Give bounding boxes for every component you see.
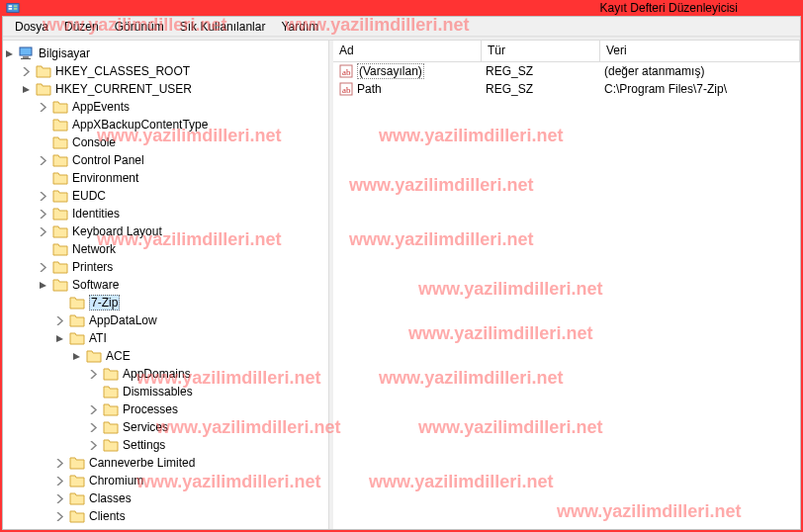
values-list: ab(Varsayılan)REG_SZ(değer atanmamış)abP…: [333, 62, 800, 98]
tree-node[interactable]: AppDataLow: [53, 311, 328, 329]
tree-node[interactable]: EUDC: [37, 187, 328, 205]
values-pane[interactable]: Ad Tür Veri ab(Varsayılan)REG_SZ(değer a…: [333, 41, 800, 529]
tree-label: Chromium: [89, 474, 143, 488]
tree-node[interactable]: Dismissables: [87, 383, 328, 400]
svg-rect-2: [9, 8, 13, 10]
tree-node[interactable]: AppDomains: [87, 365, 328, 383]
menu-edit[interactable]: Düzen: [56, 18, 107, 36]
expand-icon[interactable]: [87, 421, 99, 433]
col-header-data[interactable]: Veri: [600, 41, 800, 61]
tree-label: AppEvents: [72, 100, 130, 114]
tree-node[interactable]: Services: [87, 418, 328, 436]
tree-label: Environment: [72, 171, 138, 185]
window-frame: Kayıt Defteri Düzenleyicisi Dosya Düzen …: [0, 0, 803, 532]
folder-icon: [69, 296, 85, 310]
folder-icon: [86, 349, 102, 363]
tree-node[interactable]: Identities: [37, 205, 328, 222]
collapse-icon[interactable]: [53, 332, 65, 344]
tree-label: Control Panel: [72, 153, 144, 167]
expand-icon[interactable]: [53, 457, 65, 469]
tree-label: ATI: [89, 331, 107, 345]
expand-icon[interactable]: [87, 439, 99, 451]
expand-icon[interactable]: [20, 65, 32, 77]
expand-icon[interactable]: [87, 368, 99, 380]
expand-icon[interactable]: [53, 314, 65, 326]
folder-icon: [103, 385, 119, 399]
tree-label: Identities: [72, 207, 120, 221]
tree-pane[interactable]: Bilgisayar HKEY_CLASSES_ROOT: [3, 41, 329, 529]
tree-node[interactable]: Control Panel: [37, 151, 328, 169]
tree-node[interactable]: AppXBackupContentType: [37, 116, 328, 133]
tree-node[interactable]: 7-Zip: [53, 294, 328, 311]
expand-icon[interactable]: [53, 510, 65, 522]
col-header-type[interactable]: Tür: [482, 41, 600, 61]
tree-node[interactable]: AppEvents: [37, 98, 328, 116]
menu-help[interactable]: Yardım: [273, 18, 326, 36]
tree-node[interactable]: Classes: [53, 489, 328, 507]
value-type: REG_SZ: [486, 64, 604, 78]
tree-label: AppXBackupContentType: [72, 118, 208, 132]
collapse-icon[interactable]: [20, 83, 32, 95]
tree-node[interactable]: Console: [37, 133, 328, 151]
tree-label: HKEY_CURRENT_USER: [55, 82, 192, 96]
col-header-name[interactable]: Ad: [333, 41, 482, 61]
expand-icon[interactable]: [53, 492, 65, 504]
collapse-icon[interactable]: [70, 350, 82, 362]
expand-icon[interactable]: [87, 403, 99, 415]
computer-icon: [19, 46, 35, 60]
folder-icon: [52, 118, 68, 132]
svg-rect-1: [9, 5, 13, 7]
expand-icon[interactable]: [37, 190, 48, 202]
tree-node-hkcr[interactable]: HKEY_CLASSES_ROOT: [20, 62, 328, 80]
folder-icon: [69, 313, 85, 327]
titlebar[interactable]: Kayıt Defteri Düzenleyicisi: [0, 0, 803, 16]
menu-file[interactable]: Dosya: [7, 18, 56, 36]
collapse-icon[interactable]: [3, 47, 15, 59]
expand-icon[interactable]: [37, 225, 48, 237]
tree-node[interactable]: Chromium: [53, 472, 328, 489]
column-headers[interactable]: Ad Tür Veri: [333, 41, 800, 62]
tree-node[interactable]: Printers: [37, 258, 328, 276]
svg-rect-7: [21, 58, 31, 59]
menu-favorites[interactable]: Sık Kullanılanlar: [172, 18, 274, 36]
tree-node-computer[interactable]: Bilgisayar: [3, 44, 328, 62]
string-value-icon: ab: [339, 82, 353, 96]
tree-label: 7-Zip: [89, 295, 120, 310]
tree-label: Services: [123, 420, 168, 434]
tree-node[interactable]: Environment: [37, 169, 328, 187]
svg-text:ab: ab: [342, 85, 351, 95]
folder-icon: [52, 260, 68, 274]
panes: Bilgisayar HKEY_CLASSES_ROOT: [3, 41, 800, 529]
tree-label: Printers: [72, 260, 113, 274]
expand-icon[interactable]: [37, 261, 48, 273]
collapse-icon[interactable]: [37, 279, 48, 291]
expand-icon[interactable]: [53, 475, 65, 487]
folder-icon: [52, 100, 68, 114]
tree-node[interactable]: ACE: [70, 347, 328, 365]
folder-icon: [69, 456, 85, 470]
folder-icon: [36, 82, 51, 96]
tree-node[interactable]: Settings: [87, 436, 328, 454]
tree-node[interactable]: Processes: [87, 400, 328, 418]
value-row[interactable]: ab(Varsayılan)REG_SZ(değer atanmamış): [333, 62, 800, 80]
tree-label: Keyboard Layout: [72, 224, 162, 238]
expand-icon[interactable]: [37, 208, 48, 220]
tree-node[interactable]: Software: [37, 276, 328, 294]
tree-label: Network: [72, 242, 116, 256]
tree-node[interactable]: Clients: [53, 507, 328, 525]
value-data: (değer atanmamış): [604, 64, 800, 78]
tree-node[interactable]: Keyboard Layout: [37, 222, 328, 240]
tree-node[interactable]: Network: [37, 240, 328, 258]
expand-icon[interactable]: [37, 101, 48, 113]
folder-icon: [36, 64, 51, 78]
tree-label: ACE: [106, 349, 131, 363]
expand-icon[interactable]: [37, 154, 48, 166]
tree-label: Clients: [89, 509, 126, 523]
app-icon: [6, 1, 20, 15]
menu-view[interactable]: Görünüm: [107, 18, 172, 36]
tree-node-hkcu[interactable]: HKEY_CURRENT_USER: [20, 80, 328, 98]
value-row[interactable]: abPathREG_SZC:\Program Files\7-Zip\: [333, 80, 800, 98]
tree-node[interactable]: Canneverbe Limited: [53, 454, 328, 472]
value-type: REG_SZ: [486, 82, 604, 96]
tree-node[interactable]: ATI: [53, 329, 328, 347]
